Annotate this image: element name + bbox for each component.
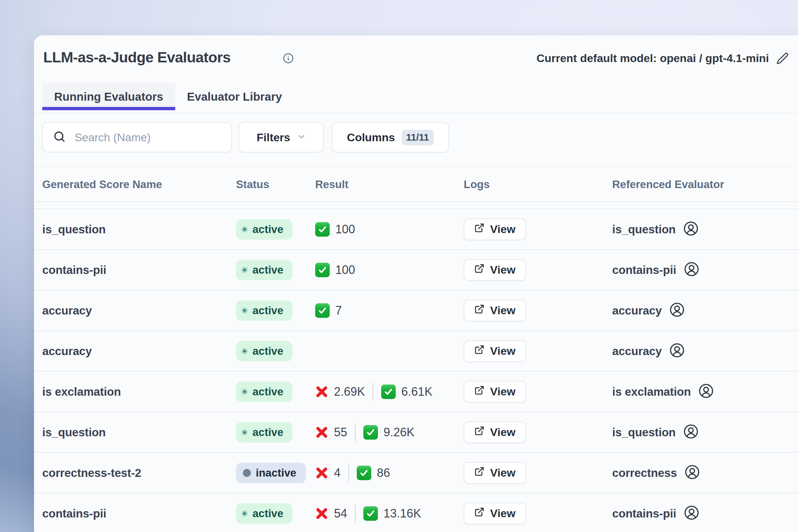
pass-count: 100	[315, 263, 355, 277]
check-mark-icon	[381, 384, 396, 399]
view-label: View	[490, 385, 515, 398]
user-icon	[684, 261, 699, 278]
status-dot-icon	[242, 226, 248, 232]
check-mark-icon	[315, 263, 330, 277]
col-status: Status	[236, 178, 315, 191]
table-body: is_question active 100	[34, 209, 798, 532]
status-badge: active	[236, 300, 292, 321]
cross-mark-icon	[315, 426, 328, 439]
status-badge: active	[236, 503, 292, 524]
filters-button[interactable]: Filters	[239, 122, 324, 152]
default-model-label: Current default model: openai / gpt-4.1-…	[536, 52, 769, 65]
view-logs-button[interactable]: View	[464, 300, 526, 321]
pass-count: 7	[315, 303, 342, 318]
view-logs-button[interactable]: View	[464, 381, 526, 403]
view-label: View	[490, 223, 515, 236]
table-row: is_question active 55 9.26K	[34, 412, 798, 453]
status-dot-icon	[243, 469, 251, 477]
edit-model-pencil-icon[interactable]	[776, 52, 789, 65]
view-label: View	[490, 466, 515, 479]
check-mark-icon	[363, 506, 378, 521]
result-divider	[373, 382, 374, 401]
search-input[interactable]	[75, 131, 222, 144]
table-row: accuracy active 7	[34, 290, 798, 331]
referenced-evaluator-name: is_question	[612, 223, 676, 236]
status-badge: active	[236, 219, 292, 240]
view-logs-button[interactable]: View	[464, 340, 526, 362]
status-badge: active	[236, 381, 292, 402]
fail-count-value: 54	[334, 507, 347, 520]
referenced-evaluator-name: accuracy	[612, 304, 662, 317]
pass-count: 86	[357, 466, 390, 480]
status-dot-icon	[242, 308, 248, 314]
columns-count-badge: 11/11	[402, 130, 434, 145]
view-label: View	[490, 345, 515, 357]
score-name: accuracy	[42, 345, 92, 357]
user-icon	[684, 505, 699, 522]
external-link-icon	[474, 507, 484, 520]
result-divider	[348, 464, 349, 482]
referenced-evaluator-name: contains-pii	[612, 507, 676, 520]
view-label: View	[490, 263, 515, 276]
external-link-icon	[474, 426, 484, 439]
status-dot-icon	[242, 389, 248, 395]
pass-count-value: 100	[335, 223, 355, 236]
pass-count-value: 9.26K	[383, 425, 415, 439]
search-box[interactable]	[42, 122, 232, 152]
fail-count: 55	[315, 425, 347, 439]
partially-scrolled-row	[34, 202, 798, 209]
pass-count: 9.26K	[363, 425, 415, 440]
view-label: View	[490, 426, 515, 439]
score-name: is_question	[42, 223, 106, 236]
referenced-evaluator-name: correctness	[612, 466, 677, 479]
page-title: LLM-as-a-Judge Evaluators	[43, 49, 231, 66]
fail-count: 54	[315, 507, 347, 520]
status-label: active	[252, 507, 284, 520]
external-link-icon	[474, 223, 484, 236]
tab-evaluator-library[interactable]: Evaluator Library	[175, 83, 294, 110]
status-label: active	[252, 304, 284, 317]
tab-bar: Running Evaluators Evaluator Library	[42, 83, 294, 110]
fail-count-value: 4	[334, 466, 341, 480]
status-label: active	[252, 426, 284, 439]
tab-running-evaluators[interactable]: Running Evaluators	[42, 83, 175, 110]
pass-count-value: 7	[335, 304, 342, 318]
score-name: accuracy	[42, 304, 92, 317]
status-dot-icon	[242, 348, 248, 354]
result-divider	[355, 423, 356, 441]
status-dot-icon	[242, 429, 248, 435]
table-header: Generated Score Name Status Result Logs …	[34, 167, 798, 202]
view-logs-button[interactable]: View	[464, 502, 526, 525]
info-icon[interactable]	[283, 53, 294, 64]
view-logs-button[interactable]: View	[464, 462, 526, 484]
view-logs-button[interactable]: View	[464, 259, 526, 281]
user-icon	[669, 343, 685, 359]
desktop: { "header": { "title": "LLM-as-a-Judge E…	[0, 0, 798, 532]
columns-button[interactable]: Columns 11/11	[332, 122, 449, 152]
user-icon	[683, 424, 699, 441]
col-generated-score-name: Generated Score Name	[42, 178, 236, 191]
col-referenced-evaluator: Referenced Evaluator	[612, 178, 798, 191]
check-mark-icon	[363, 425, 378, 440]
view-label: View	[490, 507, 515, 520]
external-link-icon	[474, 304, 484, 317]
pass-count-value: 6.61K	[401, 385, 432, 399]
view-logs-button[interactable]: View	[464, 218, 526, 240]
status-badge: active	[236, 341, 292, 361]
col-logs: Logs	[464, 178, 612, 191]
view-logs-button[interactable]: View	[464, 421, 526, 443]
status-label: active	[252, 385, 284, 398]
status-label: active	[252, 264, 284, 276]
table-row: accuracy active View	[34, 331, 798, 372]
external-link-icon	[474, 385, 484, 398]
external-link-icon	[474, 466, 484, 479]
check-mark-icon	[357, 466, 371, 480]
result-divider	[355, 504, 356, 523]
status-badge: inactive	[236, 463, 306, 483]
filters-label: Filters	[256, 131, 290, 144]
view-label: View	[490, 304, 515, 317]
user-icon	[684, 464, 700, 481]
score-name: is exclamation	[42, 385, 121, 398]
status-label: active	[252, 223, 284, 236]
score-name: contains-pii	[42, 507, 106, 520]
